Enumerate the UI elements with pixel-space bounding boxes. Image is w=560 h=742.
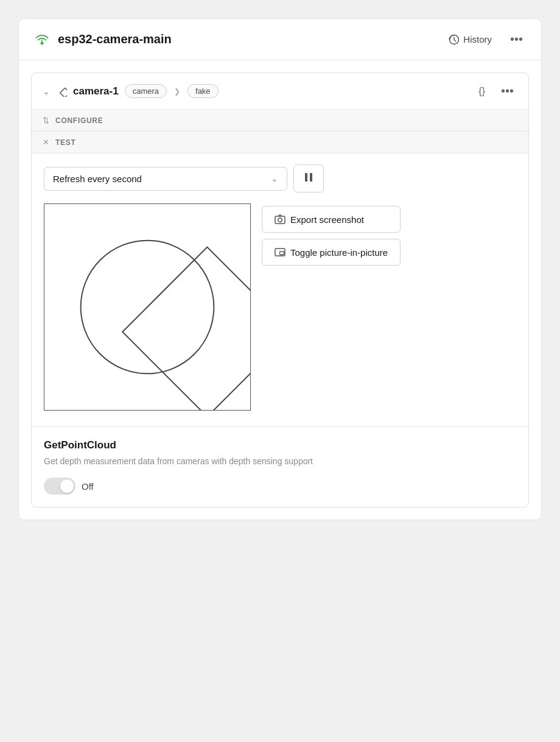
pause-button[interactable] — [293, 164, 324, 193]
svg-rect-3 — [305, 173, 307, 182]
test-section-header: ✕ TEST — [32, 132, 528, 154]
pause-icon — [303, 172, 314, 185]
svg-rect-4 — [310, 173, 312, 182]
toggle-pip-label: Toggle picture-in-picture — [290, 247, 388, 258]
point-cloud-description: Get depth measurement data from cameras … — [44, 455, 516, 468]
device-name: camera-1 — [73, 85, 119, 97]
device-row: ⌄ camera-1 camera ❯ fake {} • — [32, 73, 528, 110]
toggle-pip-button[interactable]: Toggle picture-in-picture — [262, 239, 401, 266]
pip-icon — [275, 247, 285, 258]
header-more-button[interactable]: ••• — [506, 30, 527, 49]
device-left: ⌄ camera-1 camera ❯ fake — [43, 84, 219, 98]
tag-camera: camera — [125, 84, 167, 98]
configure-section-header: ⇅ CONFIGURE — [32, 110, 528, 132]
tag-fake: fake — [187, 84, 219, 98]
history-button[interactable]: History — [444, 32, 497, 48]
page-title: esp32-camera-main — [58, 32, 172, 46]
toggle-label: Off — [82, 481, 94, 492]
toggle-knob — [60, 479, 74, 493]
diamond-icon — [56, 86, 67, 97]
configure-label: CONFIGURE — [55, 116, 103, 125]
get-point-cloud-section: GetPointCloud Get depth measurement data… — [32, 426, 528, 507]
svg-rect-2 — [60, 88, 67, 97]
device-right: {} ••• — [475, 82, 517, 101]
svg-point-8 — [278, 218, 282, 222]
svg-rect-7 — [275, 216, 285, 224]
chevron-down-icon: ⌄ — [271, 174, 278, 183]
svg-rect-10 — [280, 252, 284, 255]
main-card: esp32-camera-main History ••• ⌄ — [18, 18, 542, 520]
header-left: esp32-camera-main — [33, 31, 172, 48]
code-button[interactable]: {} — [475, 83, 489, 99]
refresh-select-label: Refresh every second — [53, 174, 142, 184]
device-more-button[interactable]: ••• — [497, 82, 517, 101]
camera-preview-svg — [44, 204, 250, 410]
collapse-icon[interactable]: ⌄ — [43, 87, 50, 96]
svg-rect-5 — [122, 247, 250, 410]
test-label: TEST — [55, 138, 76, 147]
test-toggle-icon[interactable]: ✕ — [43, 138, 49, 147]
test-content: Refresh every second ⌄ — [32, 154, 528, 426]
configure-toggle-icon[interactable]: ⇅ — [43, 116, 49, 125]
point-cloud-toggle[interactable] — [44, 478, 75, 495]
more-icon: ••• — [510, 32, 523, 46]
wifi-icon — [33, 31, 51, 48]
preview-row: Export screenshot Toggle picture-in-pict… — [44, 203, 516, 415]
refresh-select[interactable]: Refresh every second ⌄ — [44, 167, 287, 191]
header-right: History ••• — [444, 30, 527, 49]
tag-arrow: ❯ — [174, 87, 180, 96]
history-label: History — [463, 34, 492, 44]
point-cloud-title: GetPointCloud — [44, 439, 516, 451]
header: esp32-camera-main History ••• — [19, 19, 541, 60]
camera-icon — [275, 214, 285, 225]
camera-canvas — [44, 203, 251, 411]
toggle-row: Off — [44, 478, 516, 495]
history-icon — [449, 34, 460, 45]
device-more-icon: ••• — [501, 84, 514, 97]
refresh-row: Refresh every second ⌄ — [44, 164, 516, 193]
code-icon: {} — [478, 86, 485, 96]
export-screenshot-button[interactable]: Export screenshot — [262, 206, 401, 233]
inner-card: ⌄ camera-1 camera ❯ fake {} • — [31, 72, 529, 507]
export-screenshot-label: Export screenshot — [290, 214, 364, 225]
action-buttons: Export screenshot Toggle picture-in-pict… — [262, 203, 401, 266]
